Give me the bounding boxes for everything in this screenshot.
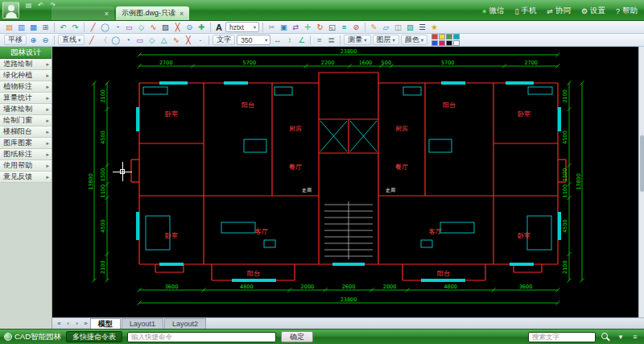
- scale-icon[interactable]: ◱: [326, 22, 338, 32]
- rectangle-icon[interactable]: ▭: [134, 35, 146, 45]
- text-size-select[interactable]: 350▾: [237, 35, 270, 45]
- undo-quick-icon[interactable]: ↶: [36, 2, 45, 9]
- layer-button[interactable]: 图层▾: [373, 35, 399, 45]
- zoom-out-icon[interactable]: ⊖: [39, 35, 52, 45]
- search-input[interactable]: [528, 332, 596, 342]
- point-tool-icon[interactable]: ⊙: [184, 22, 196, 32]
- dim-linear-icon[interactable]: ↔: [271, 35, 283, 45]
- color-swatch-0[interactable]: [431, 34, 438, 39]
- sidebar-item-2[interactable]: 植物标注▸: [0, 81, 52, 93]
- polygon-icon[interactable]: ◇: [146, 35, 158, 45]
- vertical-scrollbar[interactable]: [638, 47, 644, 317]
- layout-nav-arrow-2[interactable]: ›: [72, 320, 81, 327]
- command-input[interactable]: [127, 332, 276, 342]
- search-icon[interactable]: [601, 332, 611, 342]
- floor-plan-drawing[interactable]: 阳台阳台卧室卧室厨房厨房餐厅餐厅客厅客厅卧室卧室阳台阳台走廊走廊27005700…: [83, 47, 614, 317]
- triangle-icon[interactable]: △: [158, 35, 170, 45]
- layout-tab-layout1[interactable]: Layout1: [122, 318, 163, 329]
- color-swatch-3[interactable]: [453, 34, 460, 39]
- sidebar-item-7[interactable]: 图库图案▸: [0, 138, 52, 149]
- close-tab-icon[interactable]: ×: [105, 10, 109, 18]
- new-file-icon[interactable]: ▤: [3, 22, 15, 32]
- sidebar-item-1[interactable]: 绿化种植▸: [0, 70, 52, 81]
- font-select[interactable]: hztxt▾: [225, 22, 259, 32]
- plus-tool-icon[interactable]: ✚: [196, 22, 208, 32]
- user-avatar[interactable]: [2, 2, 19, 19]
- circle-icon[interactable]: ◯: [109, 35, 122, 45]
- polyline-icon[interactable]: 〈: [97, 35, 109, 45]
- menu-icon[interactable]: ▤: [24, 2, 33, 9]
- mirror-icon[interactable]: ⇄: [290, 22, 302, 32]
- sidebar-item-9[interactable]: 使用帮助▸: [0, 160, 52, 172]
- spline-tool-icon[interactable]: ∿: [147, 22, 159, 32]
- scrollbar-thumb[interactable]: [640, 135, 644, 192]
- copy-icon[interactable]: ▣: [278, 22, 290, 32]
- sidebar-item-5[interactable]: 绘制门窗▸: [0, 115, 52, 126]
- spline-icon[interactable]: ∿: [170, 35, 182, 45]
- sidebar-item-8[interactable]: 图纸标注▸: [0, 149, 52, 160]
- dim-aligned-icon[interactable]: ↕: [283, 35, 295, 45]
- text-button[interactable]: 文字: [213, 35, 235, 45]
- phone-button[interactable]: ▯手机: [514, 6, 536, 16]
- delete-icon[interactable]: ⊘: [350, 22, 362, 32]
- sidebar-item-0[interactable]: 道路绘制▸: [0, 59, 52, 70]
- color-swatch-7[interactable]: [453, 40, 460, 46]
- arc-icon[interactable]: ◔: [122, 35, 134, 45]
- hatch-tool-icon[interactable]: ▨: [159, 22, 171, 32]
- sidebar-item-6[interactable]: 楼梯阳台▸: [0, 126, 52, 138]
- arc-tool-icon[interactable]: ◔: [111, 22, 123, 32]
- color-swatch-1[interactable]: [439, 34, 445, 39]
- undo-icon[interactable]: ↶: [57, 22, 69, 32]
- erase-tool-icon[interactable]: ╳: [171, 22, 184, 32]
- rotate-icon[interactable]: ↻: [314, 22, 326, 32]
- document-tab-inactive[interactable]: ×: [52, 6, 114, 20]
- construction-line-icon[interactable]: ╳: [182, 35, 194, 45]
- color-swatch-4[interactable]: [431, 40, 438, 46]
- segment-icon[interactable]: ╱: [85, 35, 97, 45]
- pan-button[interactable]: 平移: [4, 35, 27, 45]
- layout-nav-arrow-3[interactable]: »: [81, 320, 90, 327]
- properties-icon[interactable]: ☰: [416, 22, 428, 32]
- drawing-canvas[interactable]: 阳台阳台卧室卧室厨房厨房餐厅餐厅客厅客厅卧室卧室阳台阳台走廊走廊27005700…: [52, 47, 644, 317]
- color-swatch-6[interactable]: [446, 40, 452, 46]
- trim-icon[interactable]: ✂: [266, 22, 278, 32]
- layout-tab-layout2[interactable]: Layout2: [164, 318, 206, 329]
- color-swatch-2[interactable]: [446, 34, 452, 39]
- block-icon[interactable]: ▱: [380, 22, 392, 32]
- distribute-icon[interactable]: 〓: [325, 35, 337, 45]
- sidebar-item-3[interactable]: 算量统计▸: [0, 93, 52, 104]
- layout-nav-arrow-1[interactable]: ‹: [64, 320, 72, 327]
- line-tool-icon[interactable]: ╱: [87, 22, 99, 32]
- color-swatch-5[interactable]: [439, 40, 445, 46]
- favorites-icon[interactable]: ★: [428, 22, 440, 32]
- text-style-icon[interactable]: A: [213, 23, 225, 32]
- open-file-icon[interactable]: ▥: [15, 22, 27, 32]
- edit-icon[interactable]: ✎: [368, 22, 380, 32]
- wechat-button[interactable]: ●微信: [482, 6, 504, 16]
- dropdown-icon[interactable]: ▾: [616, 333, 625, 341]
- rect-tool-icon[interactable]: ▭: [123, 22, 135, 32]
- help-button[interactable]: ?帮助: [616, 6, 638, 16]
- polygon-tool-icon[interactable]: ◇: [135, 22, 147, 32]
- close-tab-icon[interactable]: ×: [180, 10, 184, 18]
- quick-command-list-button[interactable]: 多快捷命令表: [66, 331, 122, 342]
- layout-tab-模型[interactable]: 模型: [90, 318, 121, 329]
- layout-nav-arrow-0[interactable]: «: [55, 320, 64, 327]
- menu-icon[interactable]: ≡: [630, 333, 640, 341]
- zoom-in-icon[interactable]: ⊕: [27, 35, 39, 45]
- document-tab-active[interactable]: 示例图.dwg-只读 ×: [116, 6, 189, 20]
- point-icon[interactable]: ·: [194, 35, 206, 45]
- move-icon[interactable]: ✛: [302, 22, 314, 32]
- fill-icon[interactable]: ▧: [404, 22, 416, 32]
- sidebar-item-4[interactable]: 墙体绘制▸: [0, 104, 52, 115]
- line-button[interactable]: 直线▾: [58, 35, 85, 45]
- redo-quick-icon[interactable]: ↷: [48, 2, 57, 9]
- align-icon[interactable]: ≡: [313, 35, 325, 45]
- collab-button[interactable]: ⇌协同: [547, 6, 571, 16]
- redo-icon[interactable]: ↷: [69, 22, 81, 32]
- print-icon[interactable]: ⊞: [39, 22, 52, 32]
- measure-button[interactable]: 测量▾: [344, 35, 370, 45]
- ok-button[interactable]: 确定: [281, 331, 313, 342]
- save-file-icon[interactable]: ▦: [27, 22, 39, 32]
- color-button[interactable]: 颜色▾: [401, 35, 427, 45]
